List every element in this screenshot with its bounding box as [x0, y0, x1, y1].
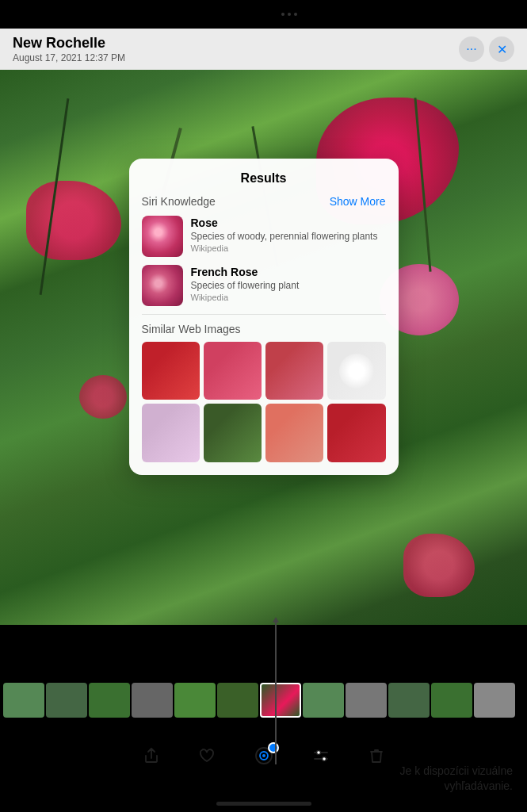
similar-image-4[interactable]	[327, 342, 385, 400]
film-thumb-12[interactable]	[474, 683, 515, 718]
rose-source: Wikipedia	[191, 243, 378, 253]
divider	[142, 314, 386, 315]
close-button[interactable]: ✕	[489, 36, 514, 62]
rose-text: Rose Species of woody, perennial floweri…	[191, 216, 378, 253]
similar-image-7[interactable]	[265, 404, 323, 462]
similar-image-1[interactable]	[142, 342, 200, 400]
photo-date: August 17, 2021 12:37 PM	[13, 52, 125, 63]
adjust-button[interactable]	[312, 747, 330, 769]
results-panel: Results Siri Knowledge Show More Rose Sp…	[129, 159, 399, 475]
more-icon: ···	[466, 42, 476, 56]
status-time: 9:41 AM Mon Jun 10	[13, 9, 112, 21]
similar-image-5[interactable]	[142, 404, 200, 462]
close-icon: ✕	[497, 42, 507, 57]
share-icon	[143, 747, 160, 769]
status-center-dots	[281, 13, 297, 16]
location-title: New Rochelle	[13, 35, 125, 52]
french-rose-source: Wikipedia	[191, 293, 300, 302]
show-more-button[interactable]: Show More	[330, 195, 386, 208]
annotation-text: Je k dispozícii vizuálne vyhľadávanie.	[400, 764, 513, 795]
film-thumb-5[interactable]	[174, 683, 216, 718]
film-thumb-9[interactable]	[346, 683, 387, 718]
knowledge-item-rose[interactable]: Rose Species of woody, perennial floweri…	[142, 216, 386, 257]
dot1	[281, 13, 285, 16]
share-button[interactable]	[143, 747, 160, 769]
visual-search-icon	[254, 745, 274, 771]
more-options-button[interactable]: ···	[459, 36, 484, 62]
similar-image-3[interactable]	[265, 342, 323, 400]
dot2	[288, 13, 291, 16]
callout-line	[275, 622, 277, 764]
french-rose-thumbnail	[142, 265, 183, 306]
visual-search-badge	[268, 742, 279, 753]
french-rose-description: Species of flowering plant	[191, 279, 300, 293]
siri-knowledge-header: Siri Knowledge Show More	[142, 195, 386, 208]
film-thumb-7[interactable]	[260, 683, 301, 718]
home-indicator	[216, 802, 311, 806]
favorite-button[interactable]	[198, 747, 216, 769]
similar-image-6[interactable]	[204, 404, 262, 462]
wifi-icon: ▾	[468, 9, 473, 21]
similar-image-2[interactable]	[204, 342, 262, 400]
results-title: Results	[142, 171, 386, 186]
film-thumb-1[interactable]	[3, 683, 44, 718]
delete-button[interactable]	[368, 747, 385, 769]
rose-description: Species of woody, perennial flowering pl…	[191, 230, 378, 243]
annotation: Je k dispozícii vizuálne vyhľadávanie.	[400, 764, 513, 795]
svg-point-5	[316, 751, 320, 755]
knowledge-item-french-rose[interactable]: French Rose Species of flowering plant W…	[142, 265, 386, 306]
visual-search-button[interactable]	[254, 745, 274, 771]
siri-knowledge-label: Siri Knowledge	[142, 195, 216, 208]
french-rose-text: French Rose Species of flowering plant W…	[191, 265, 300, 302]
svg-point-6	[322, 757, 326, 761]
battery-icon: ▮	[509, 9, 514, 21]
rose-name: Rose	[191, 216, 378, 230]
similar-image-8[interactable]	[327, 404, 385, 462]
film-thumb-10[interactable]	[388, 683, 430, 718]
heart-icon	[198, 747, 216, 769]
status-right: ▾ 100% ▮	[468, 9, 514, 21]
svg-point-2	[262, 754, 265, 757]
film-thumb-4[interactable]	[132, 683, 173, 718]
film-thumb-3[interactable]	[89, 683, 130, 718]
film-thumb-2[interactable]	[46, 683, 87, 718]
rose-thumbnail	[142, 216, 183, 257]
trash-icon	[368, 747, 385, 769]
french-rose-name: French Rose	[191, 265, 300, 279]
status-bar: 9:41 AM Mon Jun 10 ▾ 100% ▮	[0, 0, 527, 29]
battery-percentage: 100%	[478, 9, 504, 21]
adjust-icon	[312, 747, 330, 769]
film-strip[interactable]	[0, 680, 527, 721]
similar-images-grid	[142, 342, 386, 462]
similar-images-label: Similar Web Images	[142, 323, 386, 335]
header-actions: ··· ✕	[459, 36, 514, 62]
header-bar: New Rochelle August 17, 2021 12:37 PM ··…	[0, 29, 527, 70]
header-title-block: New Rochelle August 17, 2021 12:37 PM	[13, 35, 125, 63]
film-thumb-8[interactable]	[303, 683, 344, 718]
film-thumb-11[interactable]	[431, 683, 472, 718]
dot3	[294, 13, 297, 16]
film-thumb-6[interactable]	[217, 683, 258, 718]
